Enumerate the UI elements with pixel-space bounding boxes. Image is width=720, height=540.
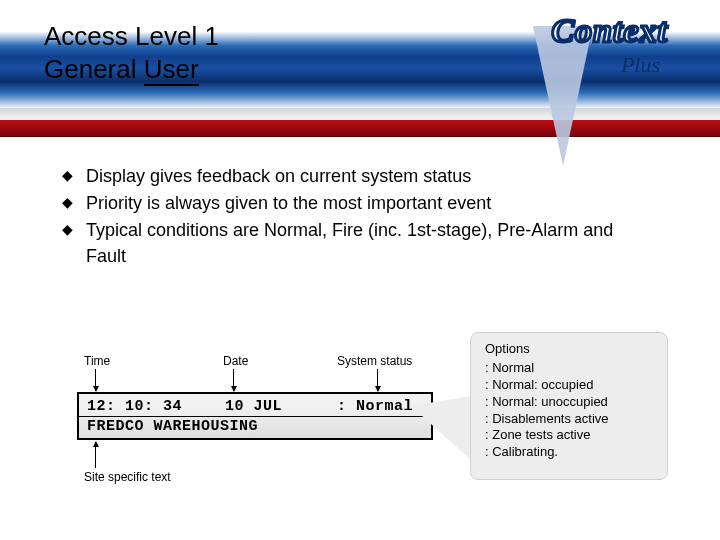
bullet-item: Typical conditions are Normal, Fire (inc… <box>62 218 658 268</box>
arrow-up-icon <box>95 442 96 468</box>
arrow-down-icon <box>377 369 378 391</box>
brand-logo: Context Plus <box>458 6 668 96</box>
options-callout: Options : Normal : Normal: occupied : No… <box>470 332 668 480</box>
title-line-1: Access Level 1 <box>44 20 219 53</box>
slide-title: Access Level 1 General User <box>44 20 219 85</box>
logo-brand-text: Context <box>551 12 668 50</box>
options-item: : Calibrating. <box>485 444 655 461</box>
lcd-display: 12: 10: 3410 JUL: Normal FREDCO WAREHOUS… <box>77 392 433 440</box>
label-site-text: Site specific text <box>84 470 171 484</box>
lcd-line-1: 12: 10: 3410 JUL: Normal <box>87 398 413 415</box>
options-header: Options <box>485 341 655 358</box>
bullet-item: Priority is always given to the most imp… <box>62 191 658 216</box>
arrow-down-icon <box>233 369 234 391</box>
display-diagram: Time Date System status 12: 10: 3410 JUL… <box>54 318 666 508</box>
title-line-2: General User <box>44 53 219 86</box>
arrow-down-icon <box>95 369 96 391</box>
slide-root: Context Plus Access Level 1 General User… <box>0 0 720 540</box>
bullet-item: Display gives feedback on current system… <box>62 164 658 189</box>
title-line-2-underlined: User <box>144 54 199 86</box>
header-red-stripe <box>0 120 720 137</box>
options-item: : Normal: unoccupied <box>485 394 655 411</box>
options-item: : Zone tests active <box>485 427 655 444</box>
options-item: : Disablements active <box>485 411 655 428</box>
label-time: Time <box>84 354 110 368</box>
lcd-time: 12: 10: 34 <box>87 398 185 415</box>
title-line-2-plain: General <box>44 54 144 84</box>
lcd-date: 10 JUL <box>225 398 333 415</box>
lcd-line-2: FREDCO WAREHOUSING <box>87 418 258 435</box>
lcd-divider <box>79 416 431 417</box>
label-status: System status <box>337 354 412 368</box>
options-item: : Normal: occupied <box>485 377 655 394</box>
bullet-list: Display gives feedback on current system… <box>62 164 658 271</box>
options-item: : Normal <box>485 360 655 377</box>
label-date: Date <box>223 354 248 368</box>
callout-pointer <box>411 396 471 460</box>
lcd-status: : Normal <box>337 398 413 415</box>
logo-sub-text: Plus <box>621 52 660 78</box>
